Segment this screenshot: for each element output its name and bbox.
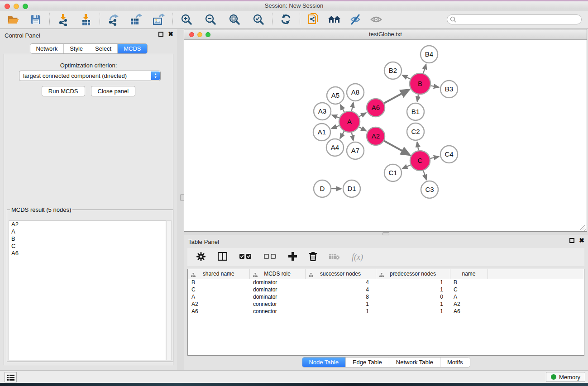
edge-A-A6[interactable] bbox=[359, 113, 366, 116]
column-mapping-icon[interactable] bbox=[218, 252, 227, 262]
table-cell[interactable]: 1 bbox=[376, 279, 450, 286]
node-C2[interactable]: C2 bbox=[407, 123, 424, 140]
zoom-fit-icon[interactable] bbox=[228, 13, 241, 26]
node-A5[interactable]: A5 bbox=[327, 87, 344, 104]
table-row[interactable]: Cdominator41C bbox=[188, 286, 584, 293]
edge-A6-B[interactable] bbox=[384, 90, 409, 103]
deselect-all-icon[interactable] bbox=[264, 254, 276, 261]
criterion-dropdown[interactable]: largest connected component (directed) ▲… bbox=[19, 71, 161, 81]
export-network-icon[interactable] bbox=[107, 13, 120, 26]
table-cell[interactable]: 0 bbox=[376, 293, 450, 300]
edge-A2-C[interactable] bbox=[384, 141, 410, 155]
node-A6[interactable]: A6 bbox=[367, 99, 385, 117]
node-C4[interactable]: C4 bbox=[440, 146, 458, 163]
result-list-scrollbar[interactable] bbox=[166, 220, 172, 360]
clone-network-icon[interactable] bbox=[307, 13, 320, 26]
tab-mcds[interactable]: MCDS bbox=[117, 44, 147, 53]
save-session-icon[interactable] bbox=[29, 13, 43, 26]
node-C3[interactable]: C3 bbox=[421, 181, 438, 198]
zoom-in-icon[interactable] bbox=[180, 13, 193, 26]
table-cell[interactable]: 1 bbox=[305, 308, 376, 315]
delete-column-trash-icon[interactable] bbox=[309, 252, 317, 262]
node-D[interactable]: D bbox=[314, 180, 331, 197]
node-A8[interactable]: A8 bbox=[347, 84, 364, 101]
edge-C-C4[interactable] bbox=[430, 157, 439, 158]
close-window-button[interactable] bbox=[5, 4, 10, 9]
column-header-name[interactable]: name bbox=[450, 269, 488, 279]
node-B2[interactable]: B2 bbox=[384, 62, 402, 79]
table-cell[interactable]: A6 bbox=[188, 308, 249, 315]
table-cell[interactable]: C bbox=[450, 286, 488, 293]
table-cell[interactable]: C bbox=[188, 286, 249, 293]
select-all-icon[interactable] bbox=[239, 254, 252, 261]
search-input[interactable] bbox=[447, 14, 582, 24]
edge-A-A3[interactable] bbox=[332, 115, 339, 118]
table-row[interactable]: A2connector11A2 bbox=[188, 300, 584, 308]
edge-C-C2[interactable] bbox=[417, 142, 419, 151]
table-row[interactable]: Bdominator41B bbox=[188, 279, 584, 286]
result-list-item[interactable]: A bbox=[9, 228, 166, 235]
zoom-out-icon[interactable] bbox=[204, 13, 217, 26]
node-A[interactable]: A bbox=[339, 111, 360, 132]
table-cell[interactable]: 4 bbox=[305, 279, 376, 286]
table-cell[interactable]: B bbox=[450, 279, 488, 286]
open-session-icon[interactable] bbox=[6, 13, 20, 26]
table-cell[interactable]: connector bbox=[249, 300, 305, 308]
result-list-item[interactable]: A2 bbox=[9, 221, 166, 228]
table-cell[interactable]: A6 bbox=[450, 308, 488, 315]
network-canvas[interactable]: B4B2BB3B1A5A8A6A3AA1A2C2A4A7C4CC1C3DD1 bbox=[184, 40, 587, 231]
result-list-item[interactable]: A6 bbox=[9, 250, 166, 257]
horizontal-split-handle[interactable] bbox=[382, 232, 389, 235]
column-header-shared-name[interactable]: shared name bbox=[188, 269, 249, 279]
edge-C-C1[interactable] bbox=[402, 165, 411, 168]
import-table-icon[interactable] bbox=[79, 13, 93, 26]
minimize-window-button[interactable] bbox=[14, 4, 19, 9]
column-header-MCDS-role[interactable]: MCDS role bbox=[249, 269, 305, 279]
table-cell[interactable]: 4 bbox=[305, 286, 376, 293]
result-list-item[interactable]: C bbox=[9, 243, 166, 250]
edge-A-A8[interactable] bbox=[352, 103, 354, 111]
tab-style[interactable]: Style bbox=[63, 44, 89, 53]
table-cell[interactable]: 1 bbox=[305, 300, 376, 308]
node-B4[interactable]: B4 bbox=[421, 46, 438, 63]
edge-A-A2[interactable] bbox=[359, 127, 366, 131]
close-table-panel-icon[interactable]: ✖ bbox=[579, 238, 584, 243]
float-table-panel-icon[interactable] bbox=[569, 238, 574, 243]
export-image-icon[interactable] bbox=[152, 13, 166, 26]
zoom-selected-icon[interactable] bbox=[252, 13, 265, 26]
run-mcds-button[interactable]: Run MCDS bbox=[42, 86, 85, 96]
edge-A-A1[interactable] bbox=[332, 125, 339, 128]
tab-node-table[interactable]: Node Table bbox=[302, 357, 345, 367]
column-header-successor-nodes[interactable]: successor nodes bbox=[305, 269, 376, 279]
level-of-detail-eye-icon[interactable] bbox=[369, 13, 383, 26]
table-cell[interactable]: 1 bbox=[376, 286, 450, 293]
network-zoom-button[interactable] bbox=[206, 32, 210, 37]
export-table-icon[interactable] bbox=[129, 13, 143, 26]
table-cell[interactable]: 1 bbox=[376, 300, 450, 308]
import-network-icon[interactable] bbox=[57, 13, 70, 26]
tab-network-table[interactable]: Network Table bbox=[389, 357, 440, 367]
window-resize-grip[interactable] bbox=[580, 225, 586, 231]
table-cell[interactable]: dominator bbox=[249, 293, 305, 300]
node-A4[interactable]: A4 bbox=[326, 139, 344, 156]
table-cell[interactable]: B bbox=[188, 279, 249, 286]
tab-select[interactable]: Select bbox=[89, 44, 117, 53]
edge-B-B1[interactable] bbox=[417, 95, 419, 102]
close-panel-icon[interactable]: ✖ bbox=[168, 32, 173, 37]
node-A3[interactable]: A3 bbox=[314, 103, 331, 120]
network-close-button[interactable] bbox=[189, 32, 194, 37]
table-cell[interactable]: dominator bbox=[249, 279, 305, 286]
table-row[interactable]: Adominator80A bbox=[188, 293, 584, 300]
column-header-predecessor-nodes[interactable]: predecessor nodes bbox=[376, 269, 450, 279]
table-row[interactable]: A6connector11A6 bbox=[188, 308, 584, 315]
table-cell[interactable]: 1 bbox=[376, 308, 450, 315]
edge-B-B4[interactable] bbox=[423, 64, 426, 73]
edge-A-A5[interactable] bbox=[340, 105, 344, 112]
tab-edge-table[interactable]: Edge Table bbox=[345, 357, 389, 367]
close-panel-button[interactable]: Close panel bbox=[91, 86, 136, 96]
node-A1[interactable]: A1 bbox=[313, 124, 330, 141]
edge-A-A4[interactable] bbox=[340, 131, 344, 138]
node-B3[interactable]: B3 bbox=[440, 81, 458, 98]
add-column-icon[interactable] bbox=[288, 252, 297, 262]
task-history-button[interactable] bbox=[5, 372, 17, 382]
